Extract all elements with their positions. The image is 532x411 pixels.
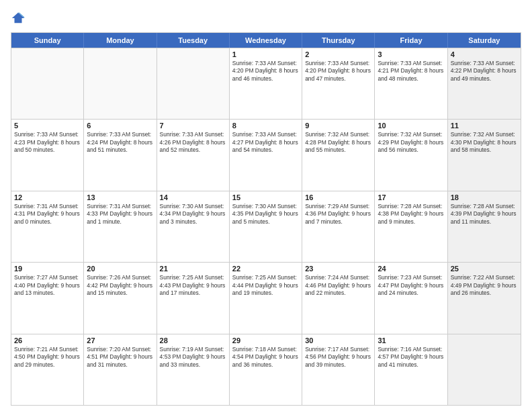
calendar-cell: 17Sunrise: 7:28 AM Sunset: 4:38 PM Dayli… <box>375 191 447 262</box>
day-detail: Sunrise: 7:17 AM Sunset: 4:56 PM Dayligh… <box>305 346 371 369</box>
calendar-cell: 28Sunrise: 7:19 AM Sunset: 4:53 PM Dayli… <box>157 334 230 405</box>
calendar-header-cell: Saturday <box>448 33 521 48</box>
day-number: 18 <box>451 193 518 201</box>
calendar-cell: 23Sunrise: 7:24 AM Sunset: 4:46 PM Dayli… <box>302 263 375 333</box>
day-number: 9 <box>305 122 371 130</box>
day-number: 13 <box>87 193 153 201</box>
page-container: SundayMondayTuesdayWednesdayThursdayFrid… <box>0 0 532 411</box>
calendar-cell: 2Sunrise: 7:33 AM Sunset: 4:20 PM Daylig… <box>302 48 375 119</box>
day-number: 20 <box>87 265 153 273</box>
day-number: 31 <box>378 336 444 345</box>
day-detail: Sunrise: 7:30 AM Sunset: 4:35 PM Dayligh… <box>232 203 299 226</box>
day-detail: Sunrise: 7:31 AM Sunset: 4:31 PM Dayligh… <box>14 203 81 226</box>
calendar-cell: 8Sunrise: 7:33 AM Sunset: 4:27 PM Daylig… <box>230 120 302 190</box>
calendar-cell: 7Sunrise: 7:33 AM Sunset: 4:26 PM Daylig… <box>157 120 230 190</box>
day-detail: Sunrise: 7:21 AM Sunset: 4:50 PM Dayligh… <box>14 346 81 369</box>
logo-icon <box>11 11 26 26</box>
day-detail: Sunrise: 7:25 AM Sunset: 4:43 PM Dayligh… <box>160 274 226 297</box>
day-number: 29 <box>232 336 299 345</box>
day-number: 4 <box>451 50 518 58</box>
day-number: 15 <box>232 193 299 201</box>
calendar-cell <box>157 48 230 119</box>
day-number: 23 <box>305 265 371 273</box>
calendar-cell: 24Sunrise: 7:23 AM Sunset: 4:47 PM Dayli… <box>375 263 447 333</box>
day-detail: Sunrise: 7:28 AM Sunset: 4:39 PM Dayligh… <box>451 203 518 226</box>
day-detail: Sunrise: 7:33 AM Sunset: 4:20 PM Dayligh… <box>232 60 299 83</box>
day-detail: Sunrise: 7:29 AM Sunset: 4:36 PM Dayligh… <box>305 203 371 226</box>
calendar-cell: 19Sunrise: 7:27 AM Sunset: 4:40 PM Dayli… <box>11 263 84 333</box>
day-detail: Sunrise: 7:23 AM Sunset: 4:47 PM Dayligh… <box>378 274 444 297</box>
calendar-cell: 30Sunrise: 7:17 AM Sunset: 4:56 PM Dayli… <box>302 334 375 405</box>
day-number: 7 <box>160 122 226 130</box>
calendar-cell: 3Sunrise: 7:33 AM Sunset: 4:21 PM Daylig… <box>375 48 447 119</box>
day-number: 10 <box>378 122 444 130</box>
page-header <box>11 11 521 26</box>
calendar-header: SundayMondayTuesdayWednesdayThursdayFrid… <box>11 33 521 48</box>
calendar-week: 5Sunrise: 7:33 AM Sunset: 4:23 PM Daylig… <box>11 119 521 190</box>
day-number: 19 <box>14 265 81 273</box>
calendar-cell: 5Sunrise: 7:33 AM Sunset: 4:23 PM Daylig… <box>11 120 84 190</box>
calendar-cell: 13Sunrise: 7:31 AM Sunset: 4:33 PM Dayli… <box>84 191 157 262</box>
day-detail: Sunrise: 7:33 AM Sunset: 4:27 PM Dayligh… <box>232 131 299 154</box>
calendar-header-cell: Thursday <box>302 33 375 48</box>
calendar-cell: 31Sunrise: 7:16 AM Sunset: 4:57 PM Dayli… <box>375 334 447 405</box>
calendar-cell: 18Sunrise: 7:28 AM Sunset: 4:39 PM Dayli… <box>448 191 521 262</box>
day-detail: Sunrise: 7:33 AM Sunset: 4:26 PM Dayligh… <box>160 131 226 154</box>
calendar-cell: 10Sunrise: 7:32 AM Sunset: 4:29 PM Dayli… <box>375 120 447 190</box>
day-detail: Sunrise: 7:33 AM Sunset: 4:24 PM Dayligh… <box>87 131 153 154</box>
day-detail: Sunrise: 7:33 AM Sunset: 4:23 PM Dayligh… <box>14 131 81 154</box>
day-number: 26 <box>14 336 81 345</box>
day-detail: Sunrise: 7:32 AM Sunset: 4:30 PM Dayligh… <box>451 131 518 154</box>
calendar-body: 1Sunrise: 7:33 AM Sunset: 4:20 PM Daylig… <box>11 48 521 405</box>
calendar-header-cell: Friday <box>375 33 447 48</box>
logo <box>11 11 28 26</box>
day-detail: Sunrise: 7:18 AM Sunset: 4:54 PM Dayligh… <box>232 346 299 369</box>
day-number: 3 <box>378 50 444 58</box>
day-number: 16 <box>305 193 371 201</box>
calendar-week: 12Sunrise: 7:31 AM Sunset: 4:31 PM Dayli… <box>11 191 521 262</box>
day-detail: Sunrise: 7:16 AM Sunset: 4:57 PM Dayligh… <box>378 346 444 369</box>
calendar-header-cell: Sunday <box>11 33 84 48</box>
day-number: 12 <box>14 193 81 201</box>
calendar-header-cell: Wednesday <box>230 33 302 48</box>
day-number: 24 <box>378 265 444 273</box>
day-number: 28 <box>160 336 226 345</box>
day-number: 22 <box>232 265 299 273</box>
day-detail: Sunrise: 7:32 AM Sunset: 4:28 PM Dayligh… <box>305 131 371 154</box>
calendar-header-cell: Monday <box>84 33 157 48</box>
calendar-cell: 14Sunrise: 7:30 AM Sunset: 4:34 PM Dayli… <box>157 191 230 262</box>
calendar-week: 1Sunrise: 7:33 AM Sunset: 4:20 PM Daylig… <box>11 48 521 119</box>
day-detail: Sunrise: 7:33 AM Sunset: 4:22 PM Dayligh… <box>451 60 518 83</box>
day-number: 1 <box>232 50 299 58</box>
calendar-cell: 25Sunrise: 7:22 AM Sunset: 4:49 PM Dayli… <box>448 263 521 333</box>
calendar-cell: 9Sunrise: 7:32 AM Sunset: 4:28 PM Daylig… <box>302 120 375 190</box>
day-detail: Sunrise: 7:25 AM Sunset: 4:44 PM Dayligh… <box>232 274 299 297</box>
day-detail: Sunrise: 7:30 AM Sunset: 4:34 PM Dayligh… <box>160 203 226 226</box>
svg-marker-0 <box>12 13 24 24</box>
day-detail: Sunrise: 7:33 AM Sunset: 4:21 PM Dayligh… <box>378 60 444 83</box>
day-number: 2 <box>305 50 371 58</box>
calendar-cell: 26Sunrise: 7:21 AM Sunset: 4:50 PM Dayli… <box>11 334 84 405</box>
calendar-cell: 27Sunrise: 7:20 AM Sunset: 4:51 PM Dayli… <box>84 334 157 405</box>
day-number: 5 <box>14 122 81 130</box>
day-number: 6 <box>87 122 153 130</box>
day-detail: Sunrise: 7:24 AM Sunset: 4:46 PM Dayligh… <box>305 274 371 297</box>
calendar-cell: 16Sunrise: 7:29 AM Sunset: 4:36 PM Dayli… <box>302 191 375 262</box>
day-number: 27 <box>87 336 153 345</box>
calendar-cell: 22Sunrise: 7:25 AM Sunset: 4:44 PM Dayli… <box>230 263 302 333</box>
calendar-cell <box>11 48 84 119</box>
day-number: 17 <box>378 193 444 201</box>
calendar-week: 19Sunrise: 7:27 AM Sunset: 4:40 PM Dayli… <box>11 262 521 333</box>
calendar-cell: 21Sunrise: 7:25 AM Sunset: 4:43 PM Dayli… <box>157 263 230 333</box>
calendar-cell: 20Sunrise: 7:26 AM Sunset: 4:42 PM Dayli… <box>84 263 157 333</box>
calendar-cell <box>448 334 521 405</box>
calendar-cell: 6Sunrise: 7:33 AM Sunset: 4:24 PM Daylig… <box>84 120 157 190</box>
calendar-header-cell: Tuesday <box>157 33 230 48</box>
day-number: 8 <box>232 122 299 130</box>
calendar-cell: 15Sunrise: 7:30 AM Sunset: 4:35 PM Dayli… <box>230 191 302 262</box>
calendar-cell: 1Sunrise: 7:33 AM Sunset: 4:20 PM Daylig… <box>230 48 302 119</box>
day-detail: Sunrise: 7:22 AM Sunset: 4:49 PM Dayligh… <box>451 274 518 297</box>
calendar-cell: 29Sunrise: 7:18 AM Sunset: 4:54 PM Dayli… <box>230 334 302 405</box>
day-detail: Sunrise: 7:19 AM Sunset: 4:53 PM Dayligh… <box>160 346 226 369</box>
day-number: 11 <box>451 122 518 130</box>
